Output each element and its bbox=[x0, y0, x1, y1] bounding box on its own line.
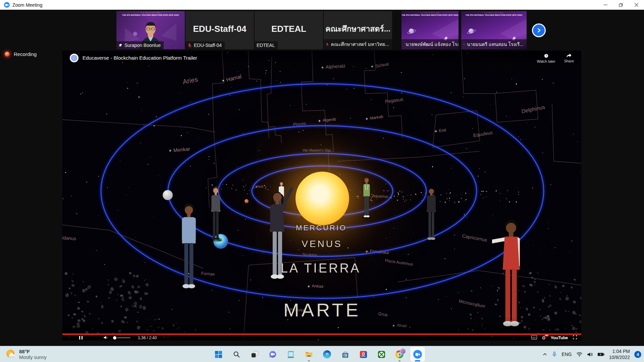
participant-tile[interactable]: EDTEALEDTEAL bbox=[255, 11, 323, 49]
pin-icon bbox=[118, 43, 122, 47]
taskbar-explorer-icon[interactable] bbox=[302, 347, 316, 362]
subtitles-button[interactable]: CC bbox=[531, 335, 537, 341]
participant-tile[interactable]: คณะศึกษาศาสตร์...คณะศึกษาศาสตร์ มหาวิทย.… bbox=[324, 11, 392, 49]
avatar-green-top-woman bbox=[360, 177, 374, 219]
taskbar-chrome-icon[interactable] bbox=[392, 347, 407, 362]
weather-widget[interactable]: 88°F Mostly sunny bbox=[4, 346, 49, 362]
planet-graphic bbox=[409, 28, 414, 34]
participant-name-label: Surapon Boonlue bbox=[116, 41, 164, 49]
player-controls: 1:36 / 2:40 CC ⚙HD YouTube bbox=[62, 334, 581, 341]
chrome-profile-avatar bbox=[400, 348, 406, 354]
restore-button[interactable] bbox=[613, 0, 629, 10]
taskbar-people-icon[interactable] bbox=[356, 347, 371, 362]
avatar-denim-man bbox=[174, 201, 204, 292]
orbit-label: MERCURIO bbox=[296, 224, 347, 232]
orbit-label: VENUS bbox=[302, 239, 342, 249]
expo-banner: • • ••• • •• • •••THE 8TH NATIONAL TEACH… bbox=[116, 12, 185, 16]
title-bar: Zoom Meeting bbox=[0, 0, 644, 10]
time-display: 1:36 / 2:40 bbox=[138, 336, 157, 340]
pause-button[interactable] bbox=[79, 335, 84, 341]
system-tray: ENG 1:04 PM 10/8/2022 4 bbox=[542, 346, 641, 362]
progress-bar[interactable] bbox=[62, 334, 581, 335]
participant-name-label: คณะศึกษาศาสตร์ มหาวิทย... bbox=[324, 39, 392, 49]
sun bbox=[296, 172, 349, 225]
svg-text:CC: CC bbox=[532, 336, 536, 339]
channel-logo-icon[interactable] bbox=[70, 54, 78, 62]
metaverse-scene: AriesHamalAlpheratzScheatPegasusAlgenibM… bbox=[62, 51, 581, 341]
participant-name-label: นายพงษ์พัฒน์ แจ้งทอง โรง... bbox=[401, 39, 459, 49]
wifi-icon[interactable] bbox=[576, 352, 583, 357]
fullscreen-button[interactable] bbox=[573, 335, 577, 341]
chevron-right-icon bbox=[536, 27, 542, 33]
expo-banner: • • ••• • •• • •••THE 8TH NATIONAL TEACH… bbox=[461, 12, 527, 16]
close-button[interactable] bbox=[629, 0, 644, 10]
share-button[interactable]: Share bbox=[564, 53, 574, 63]
orbit-label: LA TIERRA bbox=[281, 261, 361, 276]
participant-name-label: นายมนตรี แทนสอน โรงเรี... bbox=[461, 39, 527, 49]
taskbar-search-icon[interactable] bbox=[229, 347, 244, 362]
speaker-icon[interactable] bbox=[587, 352, 593, 357]
shared-screen-video[interactable]: AriesHamalAlpheratzScheatPegasusAlgenibM… bbox=[62, 51, 581, 341]
avatar-vest-man bbox=[206, 185, 225, 242]
participant-tile[interactable]: • • ••• • •• • •••THE 8TH NATIONAL TEACH… bbox=[116, 11, 185, 49]
clock-icon bbox=[544, 53, 549, 58]
tray-time: 1:04 PM bbox=[609, 348, 630, 354]
next-participants-button[interactable] bbox=[532, 23, 546, 37]
planet-graphic bbox=[469, 28, 474, 34]
zoom-meeting-window: Zoom Meeting Recording • • ••• • •• • ••… bbox=[0, 0, 644, 362]
participant-name: EDU-Staff-04 bbox=[194, 43, 222, 48]
participant-name: นายมนตรี แทนสอน โรงเรี... bbox=[467, 41, 524, 48]
participant-name: Surapon Boonlue bbox=[124, 43, 161, 48]
battery-charging-icon[interactable] bbox=[597, 352, 605, 357]
window-title: Zoom Meeting bbox=[12, 2, 42, 8]
avatar-tracksuit-man bbox=[492, 217, 530, 330]
taskbar-store-icon[interactable] bbox=[338, 347, 353, 362]
microphone-in-use-icon[interactable] bbox=[552, 351, 557, 357]
volume-slider[interactable] bbox=[117, 337, 130, 338]
taskbar-app-icons bbox=[211, 347, 425, 362]
watch-later-button[interactable]: Watch later bbox=[537, 53, 555, 63]
notification-badge[interactable]: 4 bbox=[634, 351, 641, 358]
taskbar-start-icon[interactable] bbox=[211, 347, 226, 362]
participant-name: คณะศึกษาศาสตร์ มหาวิทย... bbox=[331, 41, 389, 48]
video-title[interactable]: Educaverse - Blockchain Education Platfo… bbox=[83, 55, 197, 61]
moon-sphere bbox=[163, 190, 173, 200]
taskbar-notepad-icon[interactable] bbox=[283, 347, 298, 362]
volume-slider-handle[interactable] bbox=[113, 336, 116, 340]
recording-label: Recording bbox=[14, 51, 37, 57]
player-header: Educaverse - Blockchain Education Platfo… bbox=[62, 51, 581, 69]
language-indicator[interactable]: ENG bbox=[561, 352, 572, 357]
recording-dot-icon bbox=[5, 52, 10, 57]
quality-badge: HD bbox=[544, 334, 549, 337]
muted-mic-icon bbox=[326, 42, 329, 47]
taskbar-chat-icon[interactable] bbox=[265, 347, 280, 362]
tray-chevron-up-icon[interactable] bbox=[542, 352, 547, 357]
taskbar-edge-icon[interactable] bbox=[320, 347, 334, 362]
participant-name: นายพงษ์พัฒน์ แจ้งทอง โรง... bbox=[406, 41, 459, 48]
muted-mic-icon bbox=[187, 43, 192, 48]
youtube-logo[interactable]: YouTube bbox=[550, 335, 568, 340]
taskbar-task-view-icon[interactable] bbox=[247, 347, 262, 362]
share-arrow-icon bbox=[566, 53, 572, 58]
participant-tile[interactable]: EDU-Staff-04EDU-Staff-04 bbox=[185, 11, 254, 49]
weather-temperature: 88°F bbox=[19, 349, 47, 355]
minimize-button[interactable] bbox=[598, 0, 613, 10]
expo-banner: • • ••• • •• • •••THE 8TH NATIONAL TEACH… bbox=[401, 12, 459, 16]
settings-gear-icon[interactable]: ⚙HD bbox=[542, 336, 546, 340]
recording-indicator: Recording bbox=[5, 51, 37, 57]
participant-name-label: EDTEAL bbox=[255, 41, 278, 49]
avatar-black-outfit-woman bbox=[422, 186, 441, 242]
meeting-area: Recording • • ••• • •• • •••THE 8TH NATI… bbox=[0, 10, 644, 346]
volume-icon[interactable] bbox=[103, 335, 108, 341]
zoom-app-icon bbox=[4, 2, 10, 8]
participant-tile[interactable]: • • ••• • •• • •••THE 8TH NATIONAL TEACH… bbox=[461, 11, 527, 49]
participant-name-label: EDU-Staff-04 bbox=[185, 41, 225, 49]
clock[interactable]: 1:04 PM 10/8/2022 bbox=[609, 348, 630, 360]
taskbar-zoom-icon[interactable] bbox=[410, 347, 425, 362]
taskbar-xbox-icon[interactable] bbox=[374, 347, 389, 362]
participant-tile[interactable]: • • ••• • •• • •••THE 8TH NATIONAL TEACH… bbox=[401, 11, 459, 49]
weather-condition: Mostly sunny bbox=[19, 355, 47, 360]
muted-mic-icon bbox=[463, 42, 465, 47]
taskbar: 88°F Mostly sunny ENG 1:04 PM bbox=[0, 346, 644, 362]
watch-later-label: Watch later bbox=[537, 59, 555, 63]
